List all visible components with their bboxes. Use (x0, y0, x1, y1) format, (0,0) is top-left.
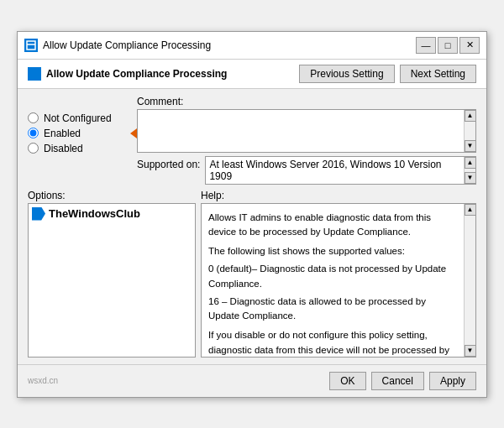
supported-section: Supported on: At least Windows Server 20… (137, 156, 476, 185)
options-label: Options: (28, 190, 196, 201)
window-icon (24, 39, 38, 52)
help-scrollbar[interactable]: ▲ ▼ (464, 204, 475, 357)
radio-enabled-label: Enabled (44, 128, 81, 139)
radio-disabled-input[interactable] (28, 143, 39, 154)
radio-not-configured-input[interactable] (28, 112, 39, 123)
help-scroll-down[interactable]: ▼ (465, 345, 476, 357)
comment-section: Comment: ▲ ▼ (137, 96, 476, 153)
options-box: TheWindowsClub (28, 203, 196, 358)
bottom-section: Options: TheWindowsClub Help: Allows IT … (28, 190, 476, 358)
maximize-button[interactable]: □ (438, 37, 458, 54)
supported-label: Supported on: (137, 156, 200, 170)
radio-group: Not Configured Enabled Disabled (28, 96, 129, 185)
cancel-button[interactable]: Cancel (371, 372, 424, 390)
radio-disabled-label: Disabled (44, 143, 83, 154)
supported-value: At least Windows Server 2016, Windows 10… (209, 159, 459, 182)
help-box: Allows IT admins to enable diagnostic da… (201, 203, 476, 358)
help-scroll-up[interactable]: ▲ (465, 204, 476, 216)
supported-scroll-up[interactable]: ▲ (465, 157, 476, 169)
radio-disabled[interactable]: Disabled (28, 143, 129, 154)
watermark-text: wsxd.cn (28, 376, 58, 385)
window-title: Allow Update Compliance Processing (43, 39, 211, 51)
title-bar: Allow Update Compliance Processing — □ ✕ (18, 32, 486, 60)
ok-button[interactable]: OK (329, 372, 365, 390)
radio-enabled[interactable]: Enabled (28, 128, 129, 139)
header-title-text: Allow Update Compliance Processing (46, 68, 227, 80)
comment-box[interactable]: ▲ ▼ (137, 109, 476, 153)
help-text: Allows IT admins to enable diagnostic da… (202, 204, 475, 358)
scroll-up-arrow[interactable]: ▲ (465, 110, 476, 122)
options-icon (32, 207, 45, 221)
supported-box: At least Windows Server 2016, Windows 10… (205, 156, 476, 185)
header-title-container: Allow Update Compliance Processing (28, 67, 227, 81)
supported-scrollbar[interactable]: ▲ ▼ (464, 157, 475, 184)
title-bar-left: Allow Update Compliance Processing (24, 39, 211, 52)
options-content: TheWindowsClub (29, 204, 195, 224)
footer: wsxd.cn OK Cancel Apply (18, 364, 486, 397)
radio-enabled-input[interactable] (28, 128, 39, 138)
next-setting-button[interactable]: Next Setting (400, 65, 476, 83)
header-icon (28, 67, 41, 81)
minimize-button[interactable]: — (416, 37, 436, 54)
right-panels: Comment: ▲ ▼ Supported on: At least Wind… (137, 96, 476, 185)
main-window: Allow Update Compliance Processing — □ ✕… (17, 31, 487, 398)
comment-label: Comment: (137, 96, 476, 107)
apply-button[interactable]: Apply (429, 372, 476, 390)
options-panel: Options: TheWindowsClub (28, 190, 196, 358)
main-content: Not Configured Enabled Disabled (18, 89, 486, 364)
radio-not-configured[interactable]: Not Configured (28, 112, 129, 124)
close-button[interactable]: ✕ (459, 37, 480, 54)
svg-rect-0 (27, 41, 35, 50)
help-panel: Help: Allows IT admins to enable diagnos… (201, 190, 476, 358)
header-buttons: Previous Setting Next Setting (299, 65, 476, 83)
previous-setting-button[interactable]: Previous Setting (299, 65, 394, 83)
options-watermark-text: TheWindowsClub (49, 207, 140, 220)
comment-scrollbar[interactable]: ▲ ▼ (464, 110, 475, 152)
top-section: Not Configured Enabled Disabled (28, 96, 476, 185)
scroll-down-arrow[interactable]: ▼ (465, 140, 476, 152)
help-label: Help: (201, 190, 476, 201)
supported-scroll-down[interactable]: ▼ (465, 172, 476, 184)
header-bar: Allow Update Compliance Processing Previ… (18, 60, 486, 89)
radio-not-configured-label: Not Configured (44, 112, 112, 124)
arrow-head-icon (130, 128, 137, 138)
title-bar-controls: — □ ✕ (416, 37, 480, 54)
